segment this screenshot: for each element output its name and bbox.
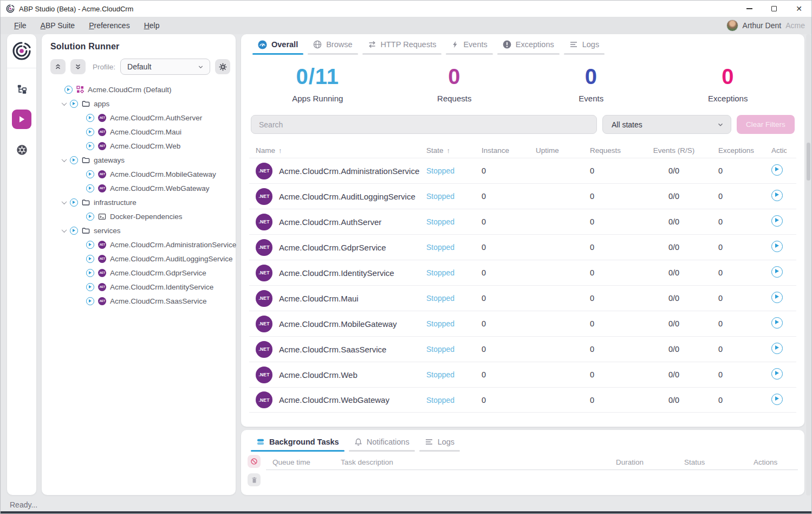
play-icon[interactable] [86,241,94,249]
play-icon[interactable] [70,100,78,108]
chevron-down-icon[interactable] [62,227,67,233]
start-app-button[interactable] [771,292,783,303]
tab-browse[interactable]: Browse [308,34,358,55]
service-row[interactable]: Acme.CloudCrm.AuditLoggingService Stoppe… [249,183,796,209]
service-row[interactable]: Acme.CloudCrm.WebGateway Stopped 0 0 0/0… [249,387,796,413]
expand-all-button[interactable] [70,59,86,74]
tree-node-solution[interactable]: Acme.CloudCrm (Default) [50,82,230,97]
play-icon[interactable] [70,198,78,207]
start-app-button[interactable] [771,215,783,227]
start-app-button[interactable] [771,190,783,201]
service-row[interactable]: Acme.CloudCrm.MobileGateway Stopped 0 0 … [249,311,796,336]
play-icon[interactable] [86,297,94,305]
menu-file[interactable]: File [7,21,34,30]
menu-abp-suite[interactable]: ABP Suite [34,21,82,30]
play-icon[interactable] [86,255,94,263]
column-events[interactable]: Events (R/S) [636,146,712,155]
tree-node-app[interactable]: Acme.CloudCrm.GdprService [50,266,230,280]
tree-node-folder[interactable]: apps [50,97,230,111]
tab-exceptions[interactable]: Exceptions [497,34,560,55]
tree-node-app[interactable]: Acme.CloudCrm.MobileGateway [50,167,230,181]
tree-node-folder[interactable]: services [50,223,230,237]
tree-node-folder[interactable]: infrastructure [50,195,230,209]
play-icon[interactable] [86,283,94,291]
clear-filters-button[interactable]: Clear Filters [737,115,795,134]
collapse-all-button[interactable] [50,59,66,74]
menu-help[interactable]: Help [137,21,167,30]
maximize-button[interactable] [762,1,787,17]
user-chip[interactable]: Arthur Dent Acme [726,20,805,31]
scrollbar-thumb[interactable] [807,143,810,181]
service-row[interactable]: Acme.CloudCrm.Web Stopped 0 0 0/0 0 [249,362,796,387]
clear-tasks-button[interactable] [248,473,261,486]
terminal-icon [98,213,106,221]
tree-node-folder[interactable]: gateways [50,153,230,167]
tree-node-app[interactable]: Acme.CloudCrm.AuthServer [50,111,230,125]
chevron-down-icon[interactable] [62,199,67,204]
service-row[interactable]: Acme.CloudCrm.GdprService Stopped 0 0 0/… [249,234,796,260]
column-requests[interactable]: Requests [583,146,636,155]
play-icon[interactable] [86,142,94,150]
service-row[interactable]: Acme.CloudCrm.Maui Stopped 0 0 0/0 0 [249,285,796,311]
tab-logs[interactable]: Logs [564,34,605,55]
chevron-down-icon[interactable] [62,100,67,106]
profile-select[interactable]: Default [120,59,210,75]
start-app-button[interactable] [771,394,783,405]
tab-events[interactable]: Events [446,34,492,55]
lines-icon [569,40,578,49]
column-uptime[interactable]: Uptime [529,146,583,155]
tree-node-app[interactable]: Acme.CloudCrm.AuditLoggingService [50,252,230,266]
service-row[interactable]: Acme.CloudCrm.AdministrationService Stop… [249,158,796,183]
service-row[interactable]: Acme.CloudCrm.AuthServer Stopped 0 0 0/0… [249,209,796,234]
tab-background-tasks[interactable]: Background Tasks [251,432,345,452]
search-input[interactable] [251,115,597,134]
kubernetes-button[interactable] [12,140,31,159]
play-icon[interactable] [86,114,94,122]
play-icon[interactable] [86,184,94,192]
tab-notifications[interactable]: Notifications [349,432,415,452]
start-app-button[interactable] [771,317,783,329]
cancel-tasks-button[interactable] [248,455,261,468]
column-name[interactable]: Name↑ [249,146,420,155]
tree-node-app[interactable]: Acme.CloudCrm.AdministrationService [50,237,230,252]
play-icon[interactable] [86,269,94,277]
solution-runner-button[interactable] [12,110,31,129]
start-app-button[interactable] [771,266,783,278]
tab-bottom-logs[interactable]: Logs [419,432,460,452]
tree-node-docker[interactable]: Docker-Dependencies [50,209,230,223]
play-icon[interactable] [86,170,94,178]
run-play-icon [17,115,26,124]
column-actions[interactable]: Actions [765,146,796,155]
service-row[interactable]: Acme.CloudCrm.IdentityService Stopped 0 … [249,260,796,285]
start-app-button[interactable] [771,343,783,354]
start-app-button[interactable] [771,241,783,252]
tree-node-app[interactable]: Acme.CloudCrm.SaasService [50,294,230,308]
close-button[interactable]: ✕ [787,1,811,17]
chevron-down-icon[interactable] [62,157,67,162]
runner-settings-button[interactable] [215,59,230,74]
column-exceptions[interactable]: Exceptions [712,146,765,155]
play-icon[interactable] [70,227,78,235]
play-icon[interactable] [86,128,94,136]
table-header: Name↑ State↑ Instance Uptime Requests Ev… [249,143,796,158]
tree-node-app[interactable]: Acme.CloudCrm.IdentityService [50,280,230,294]
tab-overall[interactable]: Overall [252,34,303,55]
state-filter-select[interactable]: All states [602,115,731,134]
tree-node-app[interactable]: Acme.CloudCrm.Maui [50,125,230,139]
menu-preferences[interactable]: Preferences [82,21,137,30]
start-app-button[interactable] [771,164,783,176]
service-row[interactable]: Acme.CloudCrm.SaasService Stopped 0 0 0/… [249,336,796,362]
tab-http-requests[interactable]: HTTP Requests [362,34,442,55]
column-state[interactable]: State↑ [420,146,475,155]
column-instance[interactable]: Instance [475,146,529,155]
tree-node-app[interactable]: Acme.CloudCrm.Web [50,139,230,153]
tree-node-app[interactable]: Acme.CloudCrm.WebGateway [50,181,230,195]
minimize-button[interactable] [737,1,762,17]
solution-explorer-button[interactable] [12,79,31,99]
kubernetes-icon [16,144,28,156]
play-icon[interactable] [64,86,73,94]
start-app-button[interactable] [771,368,783,380]
play-icon[interactable] [70,156,78,164]
vertical-scrollbar[interactable] [806,34,811,496]
play-icon[interactable] [86,213,94,221]
